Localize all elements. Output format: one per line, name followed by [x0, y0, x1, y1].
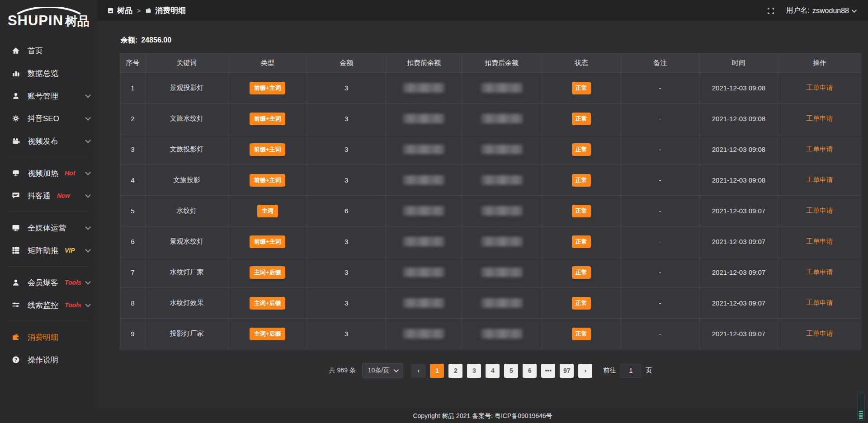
sidebar-item-label: 视频加热 — [28, 168, 58, 179]
page-button[interactable]: 3 — [467, 364, 481, 378]
question-icon: ? — [11, 356, 21, 364]
work-order-link[interactable]: 工单申请 — [806, 207, 833, 214]
cell-amount: 3 — [307, 226, 386, 257]
username-label: 用户名: — [786, 6, 810, 15]
chevron-down-icon — [85, 301, 91, 307]
status-badge: 正常 — [572, 143, 591, 156]
sidebar-item-label: 首页 — [28, 46, 43, 56]
table-row: 1 景观投影灯 前缀+主词 3 正常 - 2021-12-03 09:08 工单… — [120, 73, 861, 103]
redacted-balance-after — [481, 206, 523, 216]
sidebar-item-video-publish[interactable]: 视频发布 — [0, 130, 97, 152]
topbar-right: 用户名: zswodun88 — [767, 6, 855, 15]
type-badge: 主词+后缀 — [250, 297, 286, 310]
col-header-keyword: 关键词 — [145, 54, 228, 73]
work-order-link[interactable]: 工单申请 — [806, 268, 833, 276]
footer: Copyright 树品 2021 备案号: 粤ICP备09019646号 — [97, 409, 868, 423]
cell-time: 2021-12-03 09:07 — [699, 288, 778, 319]
screen-icon — [11, 169, 21, 177]
divider — [8, 212, 89, 212]
cell-amount: 3 — [307, 288, 386, 319]
fullscreen-icon[interactable] — [767, 7, 774, 14]
prev-page-button[interactable]: ‹ — [411, 364, 425, 378]
work-order-link[interactable]: 工单申请 — [806, 299, 833, 306]
cell-index: 6 — [120, 226, 146, 257]
table-row: 8 水纹灯效果 主词+后缀 3 正常 - 2021-12-03 09:07 工单… — [120, 288, 861, 319]
col-header-balance-before: 扣费前余额 — [386, 54, 462, 73]
sidebar-item-label: 操作说明 — [28, 355, 58, 365]
page-button[interactable]: 6 — [523, 364, 537, 378]
divider — [8, 266, 89, 267]
type-badge: 前缀+主词 — [250, 143, 286, 156]
more-pages-button[interactable]: ••• — [541, 364, 555, 378]
chevron-down-icon — [394, 367, 399, 372]
cell-keyword: 水纹灯效果 — [145, 288, 228, 319]
cell-keyword: 景观投影灯 — [145, 73, 228, 103]
wallet-icon — [11, 333, 21, 341]
sidebar-item-home[interactable]: 首页 — [0, 39, 97, 62]
type-badge: 主词 — [257, 205, 278, 217]
work-order-link[interactable]: 工单申请 — [806, 329, 833, 337]
page-button[interactable]: 5 — [504, 364, 518, 378]
sidebar-item-data-overview[interactable]: 数据总览 — [0, 62, 97, 85]
widget-stripe — [859, 411, 863, 412]
chevron-down-icon — [85, 279, 91, 285]
new-badge: New — [57, 192, 70, 199]
redacted-balance-before — [403, 114, 444, 123]
redacted-balance-before — [403, 329, 444, 338]
sidebar-item-douketong[interactable]: 抖客通 New — [0, 184, 97, 207]
sidebar-item-consumption-detail[interactable]: 消费明细 — [0, 326, 97, 348]
cell-amount: 3 — [307, 103, 386, 134]
cell-keyword: 投影灯厂家 — [145, 319, 228, 349]
status-badge: 正常 — [572, 297, 591, 310]
work-order-link[interactable]: 工单申请 — [806, 237, 833, 245]
page-size-select[interactable]: 10条/页 — [362, 363, 403, 378]
sidebar-item-member-burst[interactable]: 会员爆客 Tools — [0, 271, 97, 294]
redacted-balance-before — [403, 268, 444, 277]
floating-widget[interactable] — [857, 393, 865, 421]
cell-index: 5 — [120, 196, 146, 226]
bar-chart-icon — [11, 69, 21, 77]
page-button[interactable]: 2 — [448, 364, 462, 378]
redacted-balance-before — [403, 298, 444, 308]
work-order-link[interactable]: 工单申请 — [806, 145, 833, 153]
col-header-index: 序号 — [120, 54, 146, 73]
video-camera-icon — [11, 137, 21, 145]
sidebar-item-douyin-seo[interactable]: 抖音SEO — [0, 107, 97, 130]
cell-index: 4 — [120, 165, 146, 196]
sidebar-item-label: 抖音SEO — [28, 113, 59, 124]
sidebar-item-omnimedia[interactable]: 全媒体运营 — [0, 216, 97, 239]
breadcrumb-home[interactable]: 树品 — [107, 5, 132, 16]
goto-label: 前往 — [603, 367, 616, 375]
work-order-link[interactable]: 工单申请 — [806, 84, 833, 91]
col-header-time: 时间 — [699, 54, 778, 73]
type-badge: 主词+后缀 — [250, 328, 286, 340]
sidebar-item-video-heat[interactable]: 视频加热 Hot — [0, 162, 97, 184]
page-button[interactable]: 4 — [486, 364, 500, 378]
breadcrumb: 树品 > 消费明细 — [107, 5, 186, 16]
sidebar-item-instructions[interactable]: ? 操作说明 — [0, 348, 97, 371]
chevron-down-icon — [85, 92, 91, 98]
sidebar-nav: 首页 数据总览 账号管理 抖音SEO — [0, 39, 97, 371]
cell-index: 2 — [120, 103, 146, 134]
user-menu[interactable]: 用户名: zswodun88 — [786, 6, 855, 15]
goto-page-input[interactable] — [620, 364, 641, 378]
page-button[interactable]: 1 — [430, 364, 444, 378]
redacted-balance-after — [481, 329, 523, 338]
cell-index: 1 — [120, 73, 146, 103]
sidebar-item-lead-monitor[interactable]: 线索监控 Tools — [0, 294, 97, 316]
page-button[interactable]: 97 — [560, 364, 574, 378]
breadcrumb-separator: > — [137, 7, 141, 14]
breadcrumb-current[interactable]: 消费明细 — [145, 5, 186, 16]
sidebar-item-matrix-boost[interactable]: 矩阵助推 VIP — [0, 239, 97, 262]
table-row: 2 文旅水纹灯 前缀+主词 3 正常 - 2021-12-03 09:08 工单… — [120, 103, 861, 134]
work-order-link[interactable]: 工单申请 — [806, 114, 833, 122]
redacted-balance-after — [481, 175, 523, 185]
balance: 余额:24856.00 — [121, 36, 861, 45]
sidebar-item-account-mgmt[interactable]: 账号管理 — [0, 85, 97, 107]
col-header-remark: 备注 — [621, 54, 699, 73]
next-page-button[interactable]: › — [578, 364, 592, 378]
work-order-link[interactable]: 工单申请 — [806, 176, 833, 183]
status-badge: 正常 — [572, 205, 591, 217]
balance-label: 余额: — [121, 36, 137, 44]
content-column: 树品 > 消费明细 用户名: zswodun88 — [97, 0, 868, 423]
